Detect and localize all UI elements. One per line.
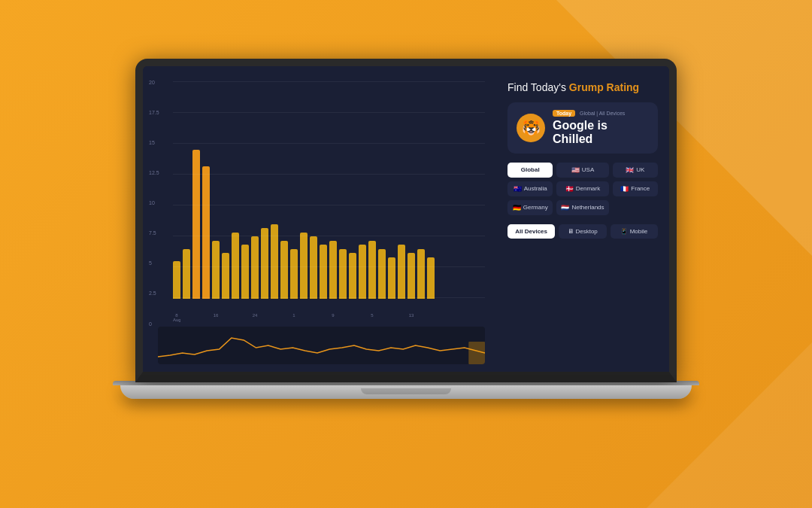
bar <box>320 245 327 299</box>
bar <box>408 253 415 299</box>
bar <box>310 236 317 299</box>
x-label <box>280 313 288 322</box>
region-btn-usa[interactable]: 🇺🇸USA <box>556 163 608 178</box>
bar <box>427 257 435 299</box>
region-btn-global[interactable]: Global <box>508 163 553 178</box>
region-btn-australia[interactable]: 🇦🇺Australia <box>508 181 553 196</box>
x-label: 5 <box>368 313 376 322</box>
bar <box>183 249 190 299</box>
x-label: 1 <box>290 313 298 322</box>
bar <box>261 228 268 299</box>
bar <box>398 245 405 299</box>
device-grid: All Devices 🖥 Desktop 📱 Mobile <box>508 224 658 239</box>
x-label: 13 <box>408 313 415 322</box>
device-btn-all[interactable]: All Devices <box>508 224 555 239</box>
device-btn-mobile[interactable]: 📱 Mobile <box>611 224 658 239</box>
bar <box>290 249 298 299</box>
bar <box>280 241 288 299</box>
tiger-info-top: Today Global | All Devices <box>553 110 649 117</box>
x-label <box>339 313 347 322</box>
x-label <box>398 313 405 322</box>
bar <box>388 257 395 299</box>
region-btn-denmark[interactable]: 🇩🇰Denmark <box>556 181 608 196</box>
x-label <box>232 313 239 322</box>
laptop-base <box>120 385 692 399</box>
svg-rect-0 <box>468 342 485 364</box>
x-label <box>417 313 425 322</box>
laptop-container: 20 17.5 15 12.5 10 7.5 5 2.5 0 <box>113 59 699 450</box>
bar <box>212 241 220 299</box>
panel-title-prefix: Find Today's <box>508 81 566 93</box>
x-label: 9 <box>329 313 337 322</box>
panel-title-highlight: Grump Rating <box>569 81 639 93</box>
right-panel: Find Today's Grump Rating 🐯 Today Global… <box>496 66 669 372</box>
bar <box>232 233 239 299</box>
bar <box>271 224 278 299</box>
x-label <box>192 313 200 322</box>
status-text: Google is Chilled <box>553 119 649 146</box>
screen-content: 20 17.5 15 12.5 10 7.5 5 2.5 0 <box>143 66 669 372</box>
x-label <box>427 313 435 322</box>
x-label <box>261 313 268 322</box>
bar <box>192 150 200 299</box>
bar <box>173 261 180 299</box>
x-label <box>202 313 210 322</box>
bar <box>251 236 259 299</box>
today-badge: Today <box>553 110 575 117</box>
x-label: 24 <box>251 313 259 322</box>
x-label <box>388 313 395 322</box>
region-btn-netherlands[interactable]: 🇳🇱Netherlands <box>556 200 608 215</box>
x-label <box>320 313 327 322</box>
bar <box>300 233 308 299</box>
x-label <box>359 313 366 322</box>
x-label: 16 <box>212 313 220 322</box>
x-label <box>349 313 356 322</box>
device-btn-desktop[interactable]: 🖥 Desktop <box>559 224 606 239</box>
region-btn-germany[interactable]: 🇩🇪Germany <box>508 200 553 215</box>
panel-title: Find Today's Grump Rating <box>508 81 658 93</box>
tiger-avatar: 🐯 <box>517 114 545 142</box>
x-label <box>222 313 229 322</box>
x-label <box>183 313 190 322</box>
bar <box>359 245 366 299</box>
laptop-screen: 20 17.5 15 12.5 10 7.5 5 2.5 0 <box>135 59 677 382</box>
x-label <box>271 313 278 322</box>
bar <box>417 249 425 299</box>
x-axis-labels: 8 Aug162419513 <box>158 313 485 322</box>
context-label: Global | All Devices <box>580 111 625 116</box>
region-btn-france[interactable]: 🇫🇷France <box>613 181 658 196</box>
x-label <box>310 313 317 322</box>
bar <box>241 245 249 299</box>
bar-chart <box>158 81 485 310</box>
x-label: 8 Aug <box>173 313 180 322</box>
bar <box>339 249 347 299</box>
bar <box>349 253 356 299</box>
x-label <box>378 313 386 322</box>
region-btn-uk[interactable]: 🇬🇧UK <box>613 163 658 178</box>
tiger-info: Today Global | All Devices Google is Chi… <box>553 110 649 146</box>
chart-panel: 20 17.5 15 12.5 10 7.5 5 2.5 0 <box>143 66 496 372</box>
tiger-card: 🐯 Today Global | All Devices Google is C… <box>508 102 658 154</box>
x-label <box>300 313 308 322</box>
bar <box>329 241 337 299</box>
bar <box>378 249 386 299</box>
bar <box>202 166 210 299</box>
region-grid: Global 🇺🇸USA 🇬🇧UK 🇦🇺Australia 🇩🇰Denmark … <box>508 163 658 215</box>
x-label <box>241 313 249 322</box>
bar <box>368 241 376 299</box>
mini-chart <box>158 327 485 364</box>
bar <box>222 253 229 299</box>
